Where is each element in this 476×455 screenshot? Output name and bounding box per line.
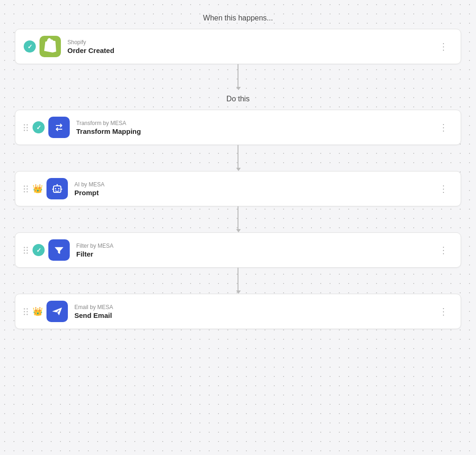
drag-handle-filter[interactable] [24,247,28,254]
transform-action-name: Transform Mapping [76,127,435,135]
workflow-canvas: When this happens... Shopify Order Creat… [0,0,476,455]
filter-more-menu[interactable]: ⋮ [435,243,452,257]
drag-handle-transform[interactable] [24,124,28,131]
trigger-service-name: Shopify [67,39,435,46]
drag-handle-email[interactable] [24,308,28,315]
ai-more-menu[interactable]: ⋮ [435,181,452,196]
ai-card-text: AI by MESA Prompt [74,181,435,197]
status-check-transform [33,121,45,133]
action-section-label: Do this [226,95,250,103]
filter-card-text: Filter by MESA Filter [76,243,435,258]
connector-2 [15,145,461,171]
trigger-more-menu[interactable]: ⋮ [435,39,452,54]
crown-icon-email: 👑 [33,306,43,317]
email-card-text: Email by MESA Send Email [74,304,435,319]
connector-3 [15,206,461,232]
email-app-icon [46,301,68,322]
action-card-ai[interactable]: 👑 AI by MESA Prompt ⋮ [15,171,461,206]
transform-more-menu[interactable]: ⋮ [435,120,452,135]
ai-action-name: Prompt [74,189,435,197]
filter-action-name: Filter [76,250,435,258]
filter-service-name: Filter by MESA [76,243,435,249]
email-more-menu[interactable]: ⋮ [435,304,452,319]
trigger-card-text: Shopify Order Created [67,39,435,54]
svg-point-2 [58,188,60,190]
trigger-section-label: When this happens... [203,14,273,22]
transform-card-text: Transform by MESA Transform Mapping [76,120,435,135]
arrow-connector-2 [238,145,238,168]
arrow-connector [238,64,238,87]
ai-service-name: AI by MESA [74,181,435,188]
email-service-name: Email by MESA [74,304,435,310]
connector-4 [15,268,461,294]
status-check-filter [33,244,45,256]
filter-app-icon [48,239,70,261]
transform-app-icon [48,117,70,138]
ai-app-icon [46,178,68,199]
drag-handle-ai[interactable] [24,185,28,192]
trigger-card[interactable]: Shopify Order Created ⋮ [15,29,461,64]
email-action-name: Send Email [74,311,435,319]
action-card-transform[interactable]: Transform by MESA Transform Mapping ⋮ [15,110,461,145]
crown-icon-ai: 👑 [33,184,43,194]
status-check-icon [24,40,36,53]
svg-point-4 [57,184,58,185]
trigger-action-name: Order Created [67,46,435,54]
action-card-email[interactable]: 👑 Email by MESA Send Email ⋮ [15,294,461,329]
arrow-connector-4 [238,268,238,291]
svg-point-1 [55,188,56,190]
transform-service-name: Transform by MESA [76,120,435,126]
connector-1 [15,64,461,90]
action-card-filter[interactable]: Filter by MESA Filter ⋮ [15,232,461,268]
arrow-connector-3 [238,206,238,230]
shopify-app-icon [40,36,61,57]
